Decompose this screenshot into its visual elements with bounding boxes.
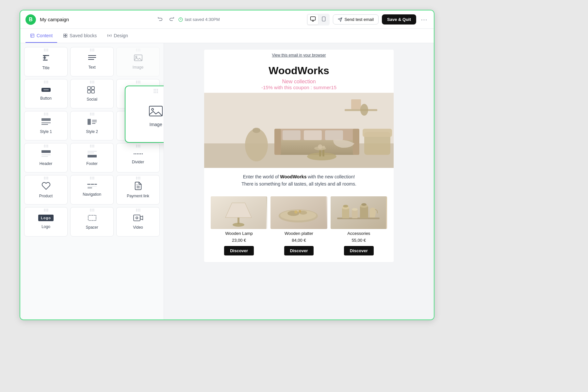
svg-rect-41 (41, 150, 51, 153)
block-label-style1: Style 1 (40, 129, 52, 134)
payment-link-icon (134, 181, 143, 190)
svg-rect-25 (91, 87, 94, 90)
svg-rect-99 (352, 209, 358, 218)
logo-icon: Logo (38, 215, 54, 221)
drag-handle-overlay (154, 89, 158, 93)
email-top-link[interactable]: View this email in your browser (204, 50, 394, 61)
block-item-social[interactable]: Social (70, 79, 114, 108)
svg-rect-24 (88, 87, 90, 90)
svg-rect-12 (66, 34, 67, 35)
tabbar: Content Saved blocks Design (20, 29, 434, 43)
svg-rect-26 (88, 90, 90, 93)
block-label-header: Header (40, 161, 52, 166)
block-item-footer[interactable]: Footer (70, 143, 114, 172)
block-item-image[interactable]: Image (116, 47, 160, 76)
email-brand: WoodWorks (211, 65, 387, 77)
block-label-image-overlay: Image (150, 122, 162, 127)
topbar-right: Send test email Save & Quit ⋯ (307, 14, 429, 25)
redo-button[interactable] (167, 14, 176, 24)
drag-handle (44, 177, 48, 179)
email-coupon: -15% with this coupon : summer15 (211, 85, 387, 90)
left-panel: T Title (20, 43, 164, 319)
svg-rect-73 (283, 130, 301, 140)
block-item-style2[interactable]: Style 2 (70, 111, 114, 140)
navigation-icon (87, 183, 97, 189)
more-options-button[interactable]: ⋯ (419, 14, 429, 25)
block-label-payment-link: Payment link (127, 194, 149, 198)
saved-status: last saved 4:30PM (178, 17, 220, 22)
button-icon (41, 87, 51, 93)
drag-handle (44, 49, 48, 51)
svg-rect-11 (64, 34, 65, 35)
video-icon (133, 214, 143, 222)
svg-rect-8 (31, 34, 34, 37)
svg-point-92 (294, 210, 298, 214)
content-icon (30, 33, 35, 38)
discover-button-1[interactable]: Discover (284, 246, 314, 255)
block-item-product[interactable]: Product (24, 175, 68, 204)
block-item-navigation[interactable]: Navigation (70, 175, 114, 204)
text-icon (88, 54, 97, 62)
discover-button-0[interactable]: Discover (224, 246, 254, 255)
svg-rect-81 (322, 146, 325, 148)
svg-rect-83 (363, 129, 392, 137)
drag-handle (90, 209, 94, 211)
block-item-style1[interactable]: Style 1 (24, 111, 68, 140)
drag-handle (90, 113, 94, 115)
footer-icon (87, 150, 97, 158)
svg-rect-13 (64, 36, 65, 37)
block-item-payment-link[interactable]: Payment link (116, 175, 160, 204)
drag-handle (136, 81, 140, 83)
view-toggle (307, 14, 330, 25)
tab-saved-blocks[interactable]: Saved blocks (58, 29, 101, 43)
hero-sofa (204, 93, 394, 168)
svg-rect-52 (88, 187, 92, 188)
svg-marker-57 (140, 216, 143, 220)
send-test-button[interactable]: Send test email (333, 14, 379, 24)
block-item-title[interactable]: T Title (24, 47, 68, 76)
image-drag-icon (149, 106, 163, 118)
tab-design[interactable]: Design (103, 29, 133, 43)
drag-handle (90, 145, 94, 147)
hero-svg (204, 93, 394, 168)
accessories-svg (331, 196, 386, 229)
svg-rect-74 (304, 130, 322, 140)
block-item-divider[interactable]: Divider (116, 143, 160, 172)
svg-rect-75 (325, 130, 343, 140)
title-icon: T (41, 53, 51, 62)
save-quit-button[interactable]: Save & Quit (382, 14, 416, 24)
svg-rect-71 (274, 129, 281, 155)
block-item-text[interactable]: Text (70, 47, 114, 76)
block-label-title: Title (42, 66, 49, 70)
desktop-view-button[interactable] (308, 15, 318, 24)
block-label-spacer: Spacer (86, 225, 98, 230)
block-item-header[interactable]: Header (24, 143, 68, 172)
drag-handle (44, 81, 48, 83)
discover-button-2[interactable]: Discover (344, 246, 374, 255)
svg-rect-72 (353, 129, 359, 155)
topbar: B My campaign last (20, 10, 434, 29)
block-label-logo: Logo (41, 224, 50, 229)
block-item-spacer[interactable]: Spacer (70, 207, 114, 237)
svg-point-89 (280, 210, 316, 220)
block-item-logo[interactable]: Logo Logo (24, 207, 68, 237)
svg-rect-4 (322, 17, 325, 21)
drag-handle (136, 145, 140, 147)
mobile-view-button[interactable] (319, 15, 329, 24)
svg-point-21 (136, 56, 137, 57)
saved-blocks-icon (63, 33, 68, 38)
block-item-video[interactable]: Video (116, 207, 160, 237)
product-card-1: Wooden platter 84,00 € Discover (270, 196, 327, 255)
svg-rect-55 (88, 215, 96, 220)
tab-content[interactable]: Content (25, 29, 57, 43)
svg-point-76 (307, 153, 336, 160)
undo-button[interactable] (156, 14, 165, 24)
svg-rect-59 (149, 106, 162, 116)
drag-handle (136, 209, 140, 211)
svg-rect-14 (66, 36, 67, 37)
block-item-button[interactable]: Button (24, 79, 68, 108)
product-icon (41, 181, 51, 190)
image-block-dragging[interactable]: Image 🫱 (125, 86, 164, 143)
spacer-icon (87, 214, 97, 222)
product-price-0: 23,00 € (232, 238, 246, 243)
